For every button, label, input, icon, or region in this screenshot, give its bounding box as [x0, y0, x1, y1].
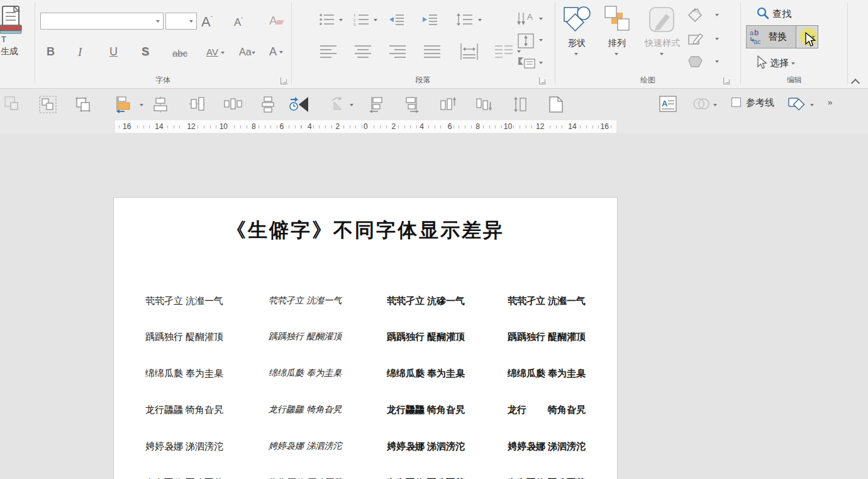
distribute-h-icon[interactable]	[223, 96, 242, 113]
align-middle-v-icon[interactable]	[188, 96, 207, 113]
chevron-down-icon[interactable]	[156, 20, 160, 23]
strikethrough-s-button[interactable]: S	[142, 45, 149, 59]
numbered-list-button[interactable]: 123	[353, 13, 370, 28]
ungroup-icon[interactable]	[74, 96, 93, 113]
chevron-down-icon[interactable]	[374, 19, 377, 21]
chevron-down-icon[interactable]	[339, 19, 343, 21]
distribute-v-icon[interactable]	[260, 96, 279, 113]
column-monotype-chaoganghei[interactable]: 茕茕孑立 沆瀣一气 踽踽独行 醍醐灌顶 绵绵瓜瓞 奉为圭臬 龙行 犄角旮旯 娉婷…	[492, 270, 601, 479]
character-spacing-button[interactable]: AV	[206, 47, 225, 57]
font-size-combobox[interactable]	[165, 13, 197, 30]
object-align-icon[interactable]	[116, 96, 135, 113]
paragraph-settings-button[interactable]	[517, 55, 533, 70]
chevron-down-icon[interactable]	[350, 104, 353, 106]
chevron-down-icon[interactable]	[713, 104, 717, 106]
chevron-down-icon[interactable]	[279, 51, 283, 54]
align-text-vertical-button[interactable]	[517, 33, 533, 48]
bullet-list-button[interactable]	[319, 13, 335, 28]
replace-button[interactable]: ab ac 替换	[746, 25, 814, 48]
move-down-icon[interactable]	[475, 96, 494, 113]
select-button[interactable]: 选择	[756, 55, 795, 69]
column-dengxian[interactable]: 茕茕孑立 沆瀣一气 踽踽独行 醍醐灌顶 绵绵瓜瓞 奉为圭臬 龙行龘龘 犄角旮旯 …	[130, 270, 238, 479]
shapes-gallery-icon[interactable]	[787, 96, 806, 113]
shape-fill-button[interactable]	[687, 8, 704, 23]
font-name-combobox[interactable]	[40, 13, 164, 30]
mouse-cursor	[804, 32, 816, 48]
align-right-button[interactable]	[389, 44, 406, 59]
bold-button[interactable]: B	[47, 45, 55, 59]
change-case-button[interactable]: Aa	[239, 47, 255, 58]
chevron-down-icon[interactable]	[221, 52, 225, 54]
nudge-right-icon[interactable]	[403, 96, 421, 113]
chevron-down-icon[interactable]	[615, 53, 618, 55]
text-direction-button[interactable]: A	[517, 11, 533, 26]
combine-shapes-icon[interactable]	[692, 96, 711, 113]
underline-button[interactable]: U	[109, 45, 118, 59]
arrange-button[interactable]: 排列	[599, 3, 635, 72]
font-dialog-launcher[interactable]	[281, 77, 287, 84]
chevron-down-icon[interactable]	[140, 104, 143, 106]
chevron-down-icon[interactable]	[539, 39, 543, 42]
column-pangmen-zhengdao[interactable]: 茕茕孑立 沆磣一气 踽踽独行 醍醐灌顶 绵绵瓜瓞 奉为圭臬 龙行龘龘 犄角旮旯 …	[372, 270, 480, 479]
select-objects-icon[interactable]	[4, 96, 23, 113]
move-up-icon[interactable]	[439, 96, 458, 113]
group-icon[interactable]	[39, 96, 58, 113]
increase-indent-button[interactable]	[421, 13, 438, 28]
chevron-down-icon[interactable]	[189, 20, 193, 23]
quick-styles-button[interactable]: 快速样式	[640, 3, 685, 72]
chevron-down-icon[interactable]	[715, 38, 719, 40]
justify-button[interactable]	[424, 44, 440, 59]
replace-dropdown-button[interactable]	[796, 25, 818, 48]
italic-button[interactable]: I	[78, 45, 82, 59]
align-center-h-icon[interactable]	[152, 96, 171, 113]
ruler-number: 6	[278, 121, 285, 132]
chevron-down-icon[interactable]	[715, 14, 719, 16]
new-page-icon[interactable]	[548, 96, 567, 113]
chevron-down-icon[interactable]	[660, 53, 664, 55]
more-tools-icon[interactable]: »	[828, 98, 831, 107]
chevron-down-icon[interactable]	[791, 62, 795, 65]
grow-font-button[interactable]: Aˆ	[201, 14, 213, 30]
chevron-down-icon[interactable]	[539, 62, 543, 64]
font-color-button[interactable]: A	[269, 45, 283, 59]
decrease-indent-icon	[388, 13, 404, 26]
horizontal-ruler[interactable]: 1614121086420246810121416	[115, 120, 616, 133]
line-spacing-button[interactable]	[456, 13, 472, 28]
equal-height-icon[interactable]	[511, 96, 530, 113]
chevron-down-icon[interactable]	[810, 104, 814, 106]
edit-shape-button[interactable]	[687, 31, 704, 47]
generate-button[interactable]: T 生成	[0, 0, 34, 88]
svg-text:A: A	[527, 12, 533, 21]
align-right-icon	[389, 44, 406, 59]
drawing-dialog-launcher[interactable]	[723, 77, 730, 84]
guides-checkbox[interactable]	[732, 98, 741, 107]
distributed-button[interactable]	[460, 43, 476, 58]
clear-formatting-button[interactable]: A	[269, 14, 283, 28]
chevron-down-icon[interactable]	[252, 52, 255, 54]
align-center-button[interactable]	[355, 44, 371, 59]
find-button[interactable]: 查找	[756, 7, 791, 20]
rotate-icon[interactable]	[329, 96, 348, 113]
decrease-indent-button[interactable]	[388, 13, 404, 28]
strikethrough-button[interactable]: abc	[172, 48, 187, 59]
columns-shading-button[interactable]	[495, 44, 511, 59]
shapes-button[interactable]: 形状	[559, 3, 594, 72]
numbered-list-icon: 123	[353, 13, 370, 26]
chevron-down-icon[interactable]	[715, 60, 719, 63]
text-frame-icon[interactable]: A	[659, 96, 678, 113]
align-left-button[interactable]	[320, 44, 337, 59]
shrink-font-button[interactable]: Aˇ	[234, 16, 243, 29]
chevron-down-icon[interactable]	[574, 53, 578, 55]
chevron-down-icon[interactable]	[478, 19, 482, 21]
paragraph-dialog-launcher[interactable]	[539, 77, 546, 84]
document-page[interactable]: 《生僻字》不同字体显示差异 茕茕孑立 沆瀣一气 踽踽独行 醍醐灌顶 绵绵瓜瓞 奉…	[113, 197, 618, 479]
nudge-left-icon[interactable]	[368, 96, 387, 113]
animation-icon[interactable]	[289, 96, 308, 113]
shape-effects-button[interactable]	[687, 54, 704, 69]
justify-icon	[424, 44, 440, 59]
collapse-ribbon-icon[interactable]	[850, 78, 860, 87]
column-zhongshan-xingshu[interactable]: 茕茕孑立 沆瀣一气 踽踽独行 醍醐灌顶 绵绵瓜瓞 奉为圭臬 龙行龘龘 犄角旮旯 …	[251, 270, 359, 479]
document-title[interactable]: 《生僻字》不同字体显示差异	[114, 217, 617, 244]
chevron-down-icon[interactable]	[539, 18, 543, 20]
chevron-down-icon[interactable]	[517, 50, 521, 53]
